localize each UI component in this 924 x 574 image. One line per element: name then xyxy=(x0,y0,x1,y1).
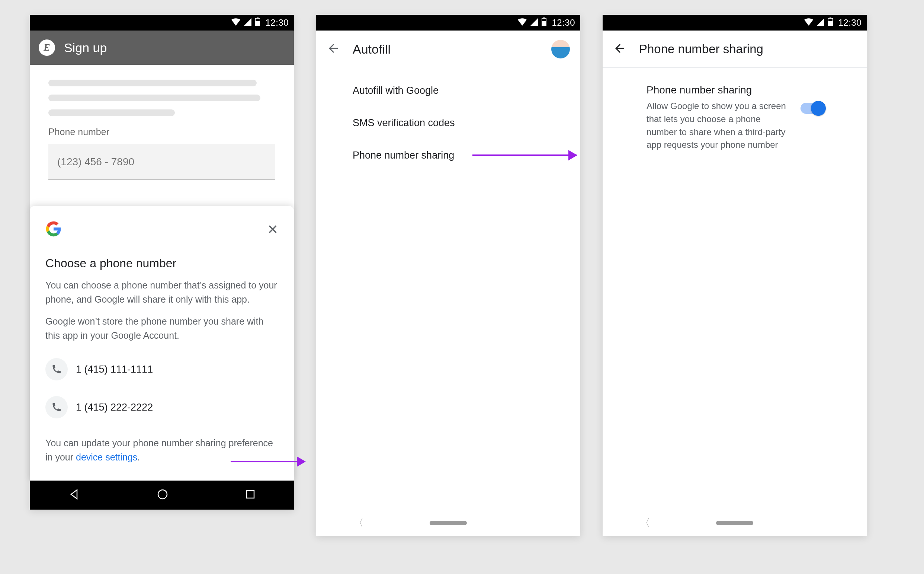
app-bar: E Sign up xyxy=(30,30,294,65)
skeleton-line xyxy=(48,109,175,116)
svg-rect-7 xyxy=(543,17,545,18)
gesture-nav: 〈 xyxy=(603,510,867,536)
svg-rect-6 xyxy=(542,21,547,26)
wifi-icon xyxy=(804,17,813,28)
skeleton-line xyxy=(48,95,260,101)
cell-signal-icon xyxy=(530,17,538,28)
app-bar: Autofill xyxy=(316,30,580,68)
menu-item-sms-codes[interactable]: SMS verification codes xyxy=(316,107,580,139)
nav-bar xyxy=(30,481,294,509)
phone-screen-sharing-setting: 12:30 Phone number sharing Phone number … xyxy=(603,15,867,536)
clock: 12:30 xyxy=(265,17,289,28)
phone-option-label: 1 (415) 222-2222 xyxy=(76,402,153,413)
phone-picker-sheet: ✕ Choose a phone number You can choose a… xyxy=(30,206,294,481)
svg-rect-4 xyxy=(247,490,254,498)
cell-signal-icon xyxy=(244,17,251,28)
svg-rect-1 xyxy=(255,21,260,26)
svg-rect-9 xyxy=(828,21,833,26)
phone-screen-autofill: 12:30 Autofill Autofill with Google SMS … xyxy=(316,15,580,536)
sheet-footer: You can update your phone number sharing… xyxy=(46,436,278,464)
sheet-title: Choose a phone number xyxy=(46,257,278,270)
menu-item-autofill-google[interactable]: Autofill with Google xyxy=(316,74,580,107)
toggle-switch[interactable] xyxy=(800,103,824,114)
setting-description: Allow Google to show you a screen that l… xyxy=(646,100,792,151)
back-button[interactable] xyxy=(613,42,626,57)
wifi-icon xyxy=(231,17,240,28)
phone-screen-signup: 12:30 E Sign up Phone number ✕ Choose a … xyxy=(30,15,294,509)
back-button[interactable] xyxy=(327,42,340,57)
phone-field-label: Phone number xyxy=(48,126,275,137)
phone-option[interactable]: 1 (415) 222-2222 xyxy=(46,396,278,418)
phone-icon xyxy=(46,396,68,418)
app-logo-icon: E xyxy=(39,39,55,56)
battery-icon xyxy=(542,17,547,28)
phone-option[interactable]: 1 (415) 111-1111 xyxy=(46,358,278,380)
account-avatar[interactable] xyxy=(551,40,570,58)
phone-input[interactable] xyxy=(48,144,275,180)
battery-icon xyxy=(255,17,260,28)
setting-row: Phone number sharing Allow Google to sho… xyxy=(603,68,867,165)
skeleton-line xyxy=(48,80,257,86)
google-logo-icon xyxy=(46,221,62,239)
setting-title: Phone number sharing xyxy=(646,84,792,96)
close-button[interactable]: ✕ xyxy=(267,223,278,237)
wifi-icon xyxy=(518,17,527,28)
close-icon: ✕ xyxy=(267,222,278,237)
back-gesture-icon[interactable]: 〈 xyxy=(354,516,364,530)
phone-icon xyxy=(46,358,68,380)
sheet-description: Google won’t store the phone number you … xyxy=(46,315,278,342)
page-title: Autofill xyxy=(353,42,539,57)
toggle-knob-icon xyxy=(811,101,826,116)
page-title: Sign up xyxy=(64,41,107,55)
status-bar: 12:30 xyxy=(30,15,294,30)
clock: 12:30 xyxy=(838,17,861,28)
signup-form: Phone number xyxy=(30,65,294,191)
home-nav-icon[interactable] xyxy=(157,489,168,501)
app-bar: Phone number sharing xyxy=(603,30,867,68)
flow-arrow-icon xyxy=(472,155,577,156)
svg-rect-10 xyxy=(830,17,831,18)
status-bar: 12:30 xyxy=(316,15,580,30)
clock: 12:30 xyxy=(552,17,575,28)
settings-list: Autofill with Google SMS verification co… xyxy=(316,68,580,178)
status-bar: 12:30 xyxy=(603,15,867,30)
battery-icon xyxy=(828,17,833,28)
page-title: Phone number sharing xyxy=(639,42,763,56)
sheet-description: You can choose a phone number that’s ass… xyxy=(46,278,278,306)
cell-signal-icon xyxy=(817,17,824,28)
home-pill-icon[interactable] xyxy=(430,521,467,525)
back-gesture-icon[interactable]: 〈 xyxy=(640,516,650,530)
gesture-nav: 〈 xyxy=(316,510,580,536)
back-nav-icon[interactable] xyxy=(68,488,80,502)
recent-nav-icon[interactable] xyxy=(245,489,256,501)
home-pill-icon[interactable] xyxy=(716,521,753,525)
svg-point-3 xyxy=(158,490,167,499)
svg-rect-2 xyxy=(257,17,259,18)
phone-option-label: 1 (415) 111-1111 xyxy=(76,364,153,375)
device-settings-link[interactable]: device settings xyxy=(76,452,137,462)
flow-arrow-icon xyxy=(231,461,305,462)
